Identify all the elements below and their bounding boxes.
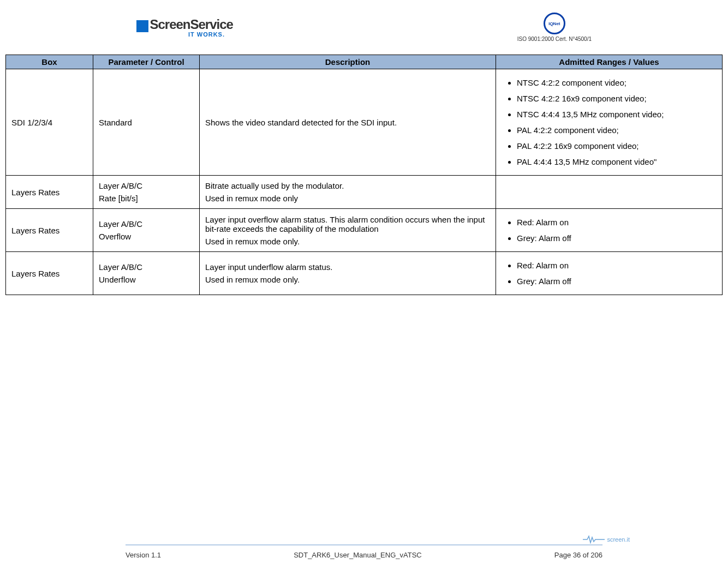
param-line: Layer A/B/C xyxy=(99,181,194,190)
cell-values: Red: Alarm on Grey: Alarm off xyxy=(496,252,723,295)
value-item: NTSC 4:2:2 16x9 component video; xyxy=(517,91,717,106)
waveform-icon xyxy=(583,535,605,544)
page-header: ScreenService IT WORKS. IQNet ISO 9001:2… xyxy=(5,5,723,55)
iqnet-badge-icon: IQNet xyxy=(544,13,565,34)
table-row: Layers Rates Layer A/B/C Rate [bit/s] Bi… xyxy=(6,176,723,209)
header-parameter: Parameter / Control xyxy=(93,55,200,69)
table-row: Layers Rates Layer A/B/C Underflow Layer… xyxy=(6,252,723,295)
header-values: Admitted Ranges / Values xyxy=(496,55,723,69)
cell-box: Layers Rates xyxy=(6,209,93,252)
cell-description: Shows the video standard detected for th… xyxy=(200,69,496,176)
param-line: Layer A/B/C xyxy=(99,219,194,229)
logo-mark-icon xyxy=(136,20,148,32)
header-description: Description xyxy=(200,55,496,69)
header-box: Box xyxy=(6,55,93,69)
cell-description: Layer input underflow alarm status. Used… xyxy=(200,252,496,295)
desc-line: Used in remux mode only xyxy=(205,194,490,203)
desc-line: Layer input underflow alarm status. xyxy=(205,262,490,272)
cell-values: Red: Alarm on Grey: Alarm off xyxy=(496,209,723,252)
company-logo: ScreenService IT WORKS. xyxy=(136,17,233,38)
footer-divider xyxy=(126,544,602,545)
value-item: Grey: Alarm off xyxy=(517,230,717,246)
table-header-row: Box Parameter / Control Description Admi… xyxy=(6,55,723,69)
logo-text: ScreenService xyxy=(150,17,232,32)
desc-line: Used in remux mode only. xyxy=(205,275,490,284)
desc-line: Bitrate actually used by the modulator. xyxy=(205,181,490,190)
cell-parameter: Layer A/B/C Rate [bit/s] xyxy=(93,176,200,209)
cell-box: Layers Rates xyxy=(6,252,93,295)
cell-parameter: Standard xyxy=(93,69,200,176)
param-line: Layer A/B/C xyxy=(99,262,194,272)
param-line: Overflow xyxy=(99,232,194,241)
value-item: NTSC 4:4:4 13,5 MHz component video; xyxy=(517,106,717,122)
cell-description: Bitrate actually used by the modulator. … xyxy=(200,176,496,209)
page-footer: Version 1.1 SDT_ARK6_User_Manual_ENG_vAT… xyxy=(0,544,728,559)
cell-values: NTSC 4:2:2 component video; NTSC 4:2:2 1… xyxy=(496,69,723,176)
iso-cert-text: ISO 9001:2000 Cert. N°4500/1 xyxy=(517,36,592,42)
cell-values xyxy=(496,176,723,209)
footer-version: Version 1.1 xyxy=(126,551,161,559)
desc-line: Layer input overflow alarm status. This … xyxy=(205,215,490,233)
value-item: Grey: Alarm off xyxy=(517,273,717,289)
value-item: NTSC 4:2:2 component video; xyxy=(517,75,717,91)
cell-box: Layers Rates xyxy=(6,176,93,209)
param-line: Underflow xyxy=(99,275,194,284)
value-item: PAL 4:2:2 16x9 component video; xyxy=(517,138,717,154)
cell-description: Layer input overflow alarm status. This … xyxy=(200,209,496,252)
table-row: Layers Rates Layer A/B/C Overflow Layer … xyxy=(6,209,723,252)
cell-parameter: Layer A/B/C Overflow xyxy=(93,209,200,252)
table-row: SDI 1/2/3/4 Standard Shows the video sta… xyxy=(6,69,723,176)
logo-tagline: IT WORKS. xyxy=(188,31,225,38)
value-item: Red: Alarm on xyxy=(517,214,717,230)
footer-page-number: Page 36 of 206 xyxy=(554,551,602,559)
value-item: PAL 4:4:4 13,5 MHz component video" xyxy=(517,154,717,170)
parameters-table: Box Parameter / Control Description Admi… xyxy=(5,55,723,295)
value-item: Red: Alarm on xyxy=(517,257,717,273)
desc-line: Used in remux mode only. xyxy=(205,237,490,246)
footer-brand: screen.it xyxy=(583,535,630,544)
value-item: PAL 4:2:2 component video; xyxy=(517,122,717,138)
param-line: Rate [bit/s] xyxy=(99,194,194,203)
footer-doc-title: SDT_ARK6_User_Manual_ENG_vATSC xyxy=(294,551,422,559)
cell-parameter: Layer A/B/C Underflow xyxy=(93,252,200,295)
cell-box: SDI 1/2/3/4 xyxy=(6,69,93,176)
certification-badge: IQNet ISO 9001:2000 Cert. N°4500/1 xyxy=(517,13,592,42)
